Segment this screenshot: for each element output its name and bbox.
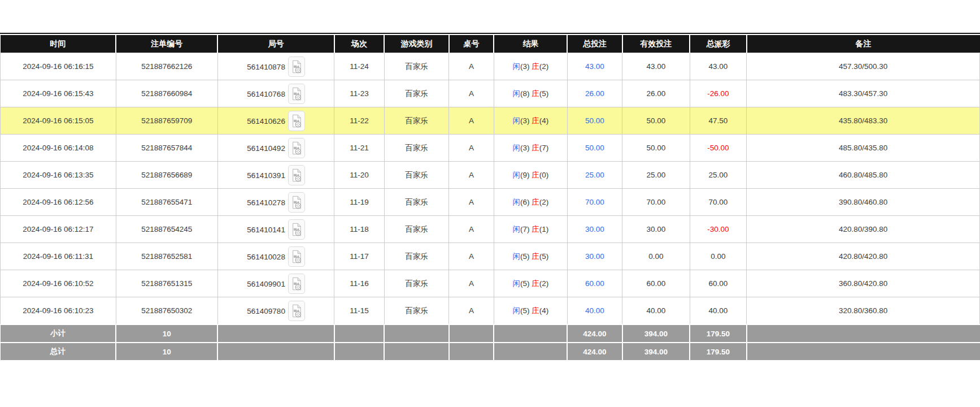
table-no-cell: A — [449, 243, 494, 270]
table-row-5[interactable]: 2024-09-16 06:13:35521887656689561410391… — [1, 162, 980, 189]
payout-cell: 70.00 — [690, 189, 747, 216]
banker-result-score: (0) — [539, 171, 549, 179]
player-result-score: (5) — [520, 306, 530, 315]
player-result-score: (5) — [520, 279, 530, 288]
payout-cell: -50.00 — [690, 135, 747, 162]
player-result-score: (3) — [520, 62, 530, 71]
total-bet-cell: 70.00 — [567, 189, 622, 216]
video-replay-button[interactable] — [288, 301, 305, 321]
video-replay-button[interactable] — [288, 57, 305, 77]
time-cell: 2024-09-16 06:15:43 — [1, 80, 116, 107]
total-empty-cell — [384, 343, 448, 361]
player-result-score: (6) — [520, 198, 530, 206]
table-no-cell: A — [449, 270, 494, 297]
payout-cell: 43.00 — [690, 53, 747, 80]
session-cell: 11-21 — [334, 135, 384, 162]
table-row-1[interactable]: 2024-09-16 06:16:15521887662126561410878… — [1, 53, 980, 80]
remark-cell: 460.80/485.80 — [747, 162, 980, 189]
round-id: 561410028 — [247, 252, 285, 261]
subtotal-valid-bet-cell: 394.00 — [622, 324, 690, 343]
table-no-cell: A — [449, 80, 494, 107]
session-cell: 11-23 — [334, 80, 384, 107]
video-replay-button[interactable] — [288, 192, 305, 213]
banker-result-label: 庄 — [532, 89, 539, 98]
video-record-icon — [290, 114, 303, 128]
column-header-bet-id: 注单编号 — [116, 35, 217, 53]
result-cell: 闲(5) 庄(4) — [494, 297, 567, 325]
valid-bet-cell: 25.00 — [622, 162, 690, 189]
round-id-cell: 561410391 — [217, 162, 334, 189]
bet-id-cell: 521887654245 — [116, 216, 217, 243]
total-bet-cell: 30.00 — [567, 243, 622, 270]
video-record-icon — [290, 276, 303, 291]
game-type-cell: 百家乐 — [384, 162, 448, 189]
valid-bet-cell: 43.00 — [622, 53, 690, 80]
round-id: 561410768 — [247, 89, 285, 98]
subtotal-row: 小计10424.00394.00179.50 — [1, 324, 980, 343]
table-no-cell: A — [449, 53, 494, 80]
table-row-7[interactable]: 2024-09-16 06:12:17521887654245561410141… — [1, 216, 980, 243]
video-replay-button[interactable] — [288, 246, 305, 267]
banker-result-score: (5) — [539, 89, 549, 98]
video-replay-button[interactable] — [288, 84, 305, 104]
player-result-score: (3) — [520, 116, 530, 125]
table-row-9[interactable]: 2024-09-16 06:10:52521887651315561409901… — [1, 270, 980, 297]
video-replay-button[interactable] — [288, 274, 305, 294]
round-id: 561410878 — [247, 62, 285, 71]
table-no-cell: A — [449, 216, 494, 243]
time-cell: 2024-09-16 06:12:17 — [1, 216, 116, 243]
banker-result-score: (2) — [539, 279, 549, 288]
payout-cell: 40.00 — [690, 297, 747, 325]
round-id: 561409901 — [247, 279, 285, 288]
video-record-icon — [290, 222, 303, 237]
column-header-round-id: 局号 — [217, 35, 334, 53]
video-record-icon — [290, 249, 303, 264]
banker-result-label: 庄 — [532, 225, 539, 233]
remark-cell: 420.80/390.80 — [747, 216, 980, 243]
bet-id-cell: 521887662126 — [116, 53, 217, 80]
column-header-table-no: 桌号 — [449, 35, 494, 53]
video-record-icon — [290, 86, 303, 101]
video-record-icon — [290, 195, 303, 210]
total-empty-cell — [217, 343, 334, 361]
video-record-icon — [290, 141, 303, 155]
total-bet-cell: 43.00 — [567, 53, 622, 80]
banker-result-score: (2) — [539, 198, 549, 206]
payout-cell: 47.50 — [690, 107, 747, 135]
time-cell: 2024-09-16 06:13:35 — [1, 162, 116, 189]
video-record-icon — [290, 168, 303, 183]
game-type-cell: 百家乐 — [384, 135, 448, 162]
banker-result-label: 庄 — [532, 116, 539, 125]
subtotal-empty-cell — [334, 324, 384, 343]
time-cell: 2024-09-16 06:10:52 — [1, 270, 116, 297]
video-replay-button[interactable] — [288, 138, 305, 158]
table-row-6[interactable]: 2024-09-16 06:12:56521887655471561410278… — [1, 189, 980, 216]
game-type-cell: 百家乐 — [384, 80, 448, 107]
video-replay-button[interactable] — [288, 111, 305, 131]
total-bet-cell: 26.00 — [567, 80, 622, 107]
time-cell: 2024-09-16 06:14:08 — [1, 135, 116, 162]
table-row-2[interactable]: 2024-09-16 06:15:43521887660984561410768… — [1, 80, 980, 107]
round-id-cell: 561409901 — [217, 270, 334, 297]
banker-result-score: (1) — [539, 225, 549, 233]
table-row-4[interactable]: 2024-09-16 06:14:08521887657844561410492… — [1, 135, 980, 162]
table-row-3[interactable]: 2024-09-16 06:15:05521887659709561410626… — [1, 107, 980, 135]
round-id-cell: 561410878 — [217, 53, 334, 80]
table-row-10[interactable]: 2024-09-16 06:10:23521887650302561409780… — [1, 297, 980, 325]
time-cell: 2024-09-16 06:12:56 — [1, 189, 116, 216]
remark-cell: 360.80/420.80 — [747, 270, 980, 297]
bet-records-panel: 时间注单编号局号场次游戏类别桌号结果总投注有效投注总派彩备注 2024-09-1… — [0, 33, 980, 361]
total-bet-cell: 30.00 — [567, 216, 622, 243]
result-cell: 闲(7) 庄(1) — [494, 216, 567, 243]
total-bet-cell: 40.00 — [567, 297, 622, 325]
table-row-8[interactable]: 2024-09-16 06:11:31521887652581561410028… — [1, 243, 980, 270]
valid-bet-cell: 70.00 — [622, 189, 690, 216]
payout-cell: -30.00 — [690, 216, 747, 243]
total-empty-cell — [449, 343, 494, 361]
total-label-cell: 总计 — [1, 343, 116, 361]
session-cell: 11-22 — [334, 107, 384, 135]
video-replay-button[interactable] — [288, 165, 305, 185]
player-result-score: (7) — [520, 225, 530, 233]
video-replay-button[interactable] — [288, 219, 305, 240]
banker-result-label: 庄 — [532, 144, 539, 152]
